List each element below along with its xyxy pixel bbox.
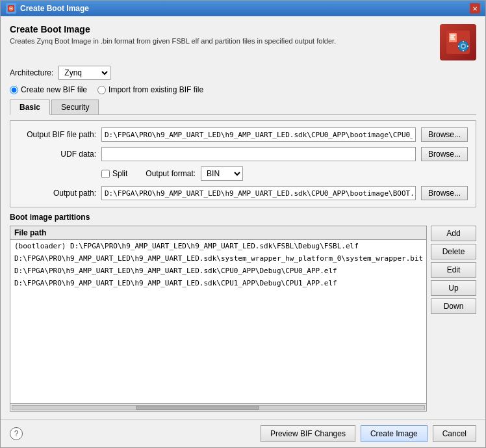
output-path-row: Output path: Browse... — [18, 186, 468, 200]
udf-browse-button[interactable]: Browse... — [421, 147, 468, 161]
architecture-row: Architecture: Zynq ZynqMP — [10, 66, 476, 80]
output-path-browse-button[interactable]: Browse... — [421, 186, 468, 200]
title-bar: Create Boot Image ✕ — [1, 1, 485, 16]
udf-row: UDF data: Browse... — [18, 147, 468, 161]
bif-path-label: Output BIF file path: — [18, 130, 96, 139]
output-path-input[interactable] — [101, 186, 416, 200]
cancel-button[interactable]: Cancel — [433, 425, 476, 442]
dialog-description: Creates Zynq Boot Image in .bin format f… — [10, 37, 336, 45]
import-existing-label: Import from existing BIF file — [109, 85, 203, 94]
tab-basic[interactable]: Basic — [10, 99, 50, 115]
preview-bif-button[interactable]: Preview BIF Changes — [261, 425, 355, 442]
table-row[interactable]: (bootloader) D:\FPGA\PRO\h9_AMP_UART_LED… — [10, 240, 426, 252]
split-checkbox[interactable] — [101, 170, 110, 178]
create-new-label: Create new BIF file — [21, 85, 87, 94]
partitions-section: Boot image partitions File path (bootloa… — [10, 213, 476, 412]
window-icon — [6, 3, 16, 14]
svg-point-10 — [462, 45, 465, 47]
table-header: File path — [10, 226, 426, 240]
dialog-title: Create Boot Image — [10, 24, 336, 34]
table-row[interactable]: D:\FPGA\PRO\h9_AMP_UART_LED\h9_AMP_UART_… — [10, 277, 426, 289]
split-label: Split — [112, 169, 127, 178]
title-text: Create Boot Image — [20, 4, 89, 13]
title-bar-left: Create Boot Image — [6, 3, 89, 14]
tabs: Basic Security — [10, 99, 476, 115]
delete-button[interactable]: Delete — [431, 244, 476, 259]
split-format-row: Split Output format: BIN MCS — [18, 166, 468, 181]
header-left: Create Boot Image Creates Zynq Boot Imag… — [10, 24, 336, 45]
down-button[interactable]: Down — [431, 298, 476, 314]
create-new-option[interactable]: Create new BIF file — [10, 85, 87, 94]
bif-path-browse-button[interactable]: Browse... — [421, 127, 468, 142]
h-scroll-thumb[interactable] — [136, 406, 259, 410]
bif-path-input[interactable] — [101, 127, 416, 142]
svg-point-2 — [10, 8, 12, 9]
create-new-radio[interactable] — [10, 86, 18, 94]
close-button[interactable]: ✕ — [470, 3, 480, 14]
udf-input[interactable] — [101, 147, 416, 161]
header-row: Create Boot Image Creates Zynq Boot Imag… — [10, 24, 476, 60]
header-icon — [440, 24, 476, 60]
output-format-select[interactable]: BIN MCS — [201, 166, 243, 181]
output-format-row: Output format: BIN MCS — [146, 166, 243, 181]
partitions-title: Boot image partitions — [10, 213, 476, 222]
import-existing-radio[interactable] — [97, 86, 106, 94]
table-row[interactable]: D:\FPGA\PRO\h9_AMP_UART_LED\h9_AMP_UART_… — [10, 265, 426, 277]
partition-buttons: Add Delete Edit Up Down — [431, 226, 476, 412]
main-window: Create Boot Image ✕ Create Boot Image Cr… — [0, 0, 486, 448]
bif-path-row: Output BIF file path: Browse... — [18, 127, 468, 142]
h-scroll-track[interactable] — [12, 405, 425, 410]
add-button[interactable]: Add — [431, 226, 476, 241]
edit-button[interactable]: Edit — [431, 262, 476, 278]
svg-rect-5 — [450, 34, 455, 36]
table-row[interactable]: D:\FPGA\PRO\h9_AMP_UART_LED\h9_AMP_UART_… — [10, 252, 426, 265]
output-format-label: Output format: — [146, 169, 196, 178]
svg-rect-6 — [450, 36, 454, 38]
arch-select[interactable]: Zynq ZynqMP — [58, 66, 110, 80]
create-image-button[interactable]: Create Image — [361, 425, 428, 442]
horizontal-scrollbar[interactable] — [10, 403, 426, 411]
output-path-label: Output path: — [18, 189, 96, 198]
arch-label: Architecture: — [10, 68, 53, 77]
up-button[interactable]: Up — [431, 280, 476, 296]
content-area: Create Boot Image Creates Zynq Boot Imag… — [1, 16, 485, 419]
footer-buttons: Preview BIF Changes Create Image Cancel — [261, 425, 476, 442]
split-checkbox-row: Split — [101, 169, 127, 178]
help-button[interactable]: ? — [10, 427, 23, 440]
svg-rect-7 — [450, 38, 455, 40]
form-section: Output BIF file path: Browse... UDF data… — [10, 120, 476, 207]
partitions-body: File path (bootloader) D:\FPGA\PRO\h9_AM… — [10, 226, 476, 412]
tab-security[interactable]: Security — [51, 99, 99, 114]
partitions-table: File path (bootloader) D:\FPGA\PRO\h9_AM… — [10, 226, 427, 412]
footer: ? Preview BIF Changes Create Image Cance… — [1, 419, 485, 447]
bif-options-row: Create new BIF file Import from existing… — [10, 85, 476, 94]
import-existing-option[interactable]: Import from existing BIF file — [97, 85, 203, 94]
udf-label: UDF data: — [18, 150, 96, 159]
table-body[interactable]: (bootloader) D:\FPGA\PRO\h9_AMP_UART_LED… — [10, 240, 426, 403]
